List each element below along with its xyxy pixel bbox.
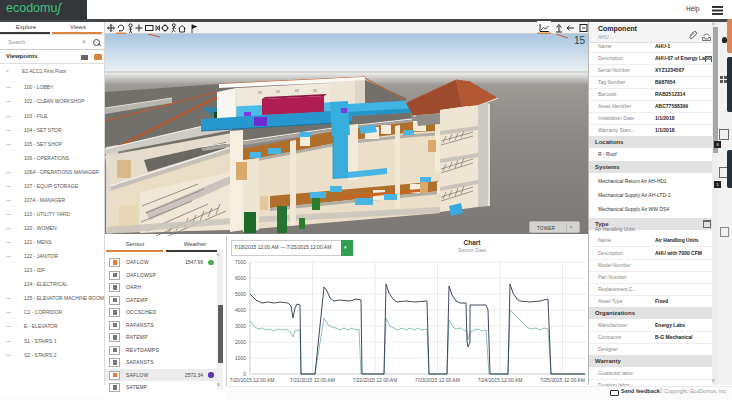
svg-text:5000: 5000 <box>235 291 246 297</box>
svg-text:7/22/2015 12:00 AM: 7/22/2015 12:00 AM <box>353 377 398 383</box>
svg-text:7000: 7000 <box>235 259 246 265</box>
svg-text:1000: 1000 <box>235 355 246 361</box>
svg-text:7/23/2015 12:00 AM: 7/23/2015 12:00 AM <box>415 377 460 383</box>
svg-text:7/24/2015 12:00 AM: 7/24/2015 12:00 AM <box>478 377 523 383</box>
svg-text:3000: 3000 <box>235 323 246 329</box>
svg-text:6000: 6000 <box>235 275 246 281</box>
svg-text:7/20/2015 12:00 AM: 7/20/2015 12:00 AM <box>230 377 275 383</box>
svg-text:4000: 4000 <box>235 307 246 313</box>
svg-text:7/25/2015 12:00 AM: 7/25/2015 12:00 AM <box>540 377 585 383</box>
svg-text:2000: 2000 <box>235 339 246 345</box>
svg-text:7/21/2015 12:00 AM: 7/21/2015 12:00 AM <box>290 377 335 383</box>
